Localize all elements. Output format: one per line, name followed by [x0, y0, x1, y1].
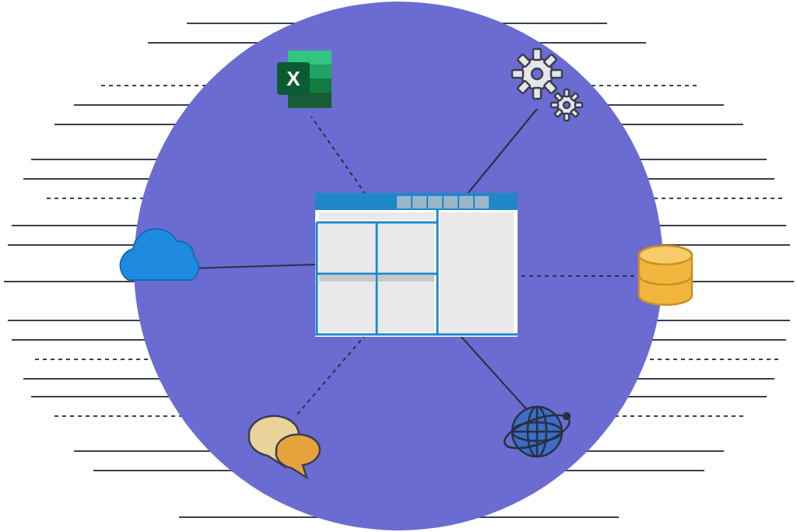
svg-point-66 [564, 102, 570, 108]
svg-rect-39 [319, 278, 375, 332]
svg-point-83 [564, 413, 570, 419]
svg-rect-57 [533, 49, 541, 60]
svg-rect-59 [551, 70, 562, 78]
center-app-window [315, 193, 518, 337]
svg-rect-70 [551, 103, 558, 107]
diagram-svg: X [0, 0, 797, 532]
database-icon [639, 246, 692, 305]
svg-rect-40 [378, 278, 434, 332]
svg-rect-37 [319, 224, 375, 272]
integration-diagram: X [0, 0, 797, 532]
svg-rect-31 [444, 196, 458, 208]
excel-badge-label: X [286, 67, 300, 90]
svg-rect-69 [575, 103, 582, 107]
svg-rect-68 [564, 114, 569, 121]
svg-rect-29 [413, 196, 427, 208]
svg-point-56 [532, 68, 542, 79]
svg-rect-32 [459, 196, 473, 208]
svg-rect-41 [319, 275, 375, 282]
svg-rect-28 [397, 196, 411, 208]
svg-rect-34 [319, 212, 434, 220]
svg-rect-67 [564, 89, 569, 96]
node-database [639, 246, 692, 305]
svg-rect-38 [378, 224, 434, 272]
svg-rect-58 [533, 88, 541, 99]
svg-rect-42 [378, 275, 434, 282]
svg-rect-33 [475, 196, 489, 208]
svg-rect-36 [440, 212, 514, 333]
svg-rect-30 [428, 196, 442, 208]
svg-rect-60 [512, 70, 523, 78]
svg-point-76 [639, 246, 692, 264]
